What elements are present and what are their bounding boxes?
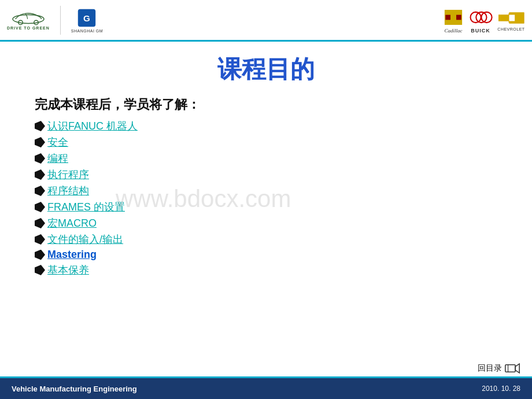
cadillac-crest-icon — [443, 7, 464, 28]
list-item: FRAMES 的设置 — [35, 200, 497, 214]
list-item: 文件的输入/输出 — [35, 232, 497, 246]
bullet-icon — [35, 218, 45, 228]
svg-rect-9 — [445, 10, 462, 14]
back-nav[interactable]: 回目录 — [478, 362, 520, 375]
bullet-icon — [35, 186, 45, 196]
drive-to-green-logo: DRIVE TO GREEN — [7, 10, 50, 30]
header-logo-divider — [60, 6, 61, 35]
sgm-icon: G — [76, 7, 98, 29]
list-item: 编程 — [35, 152, 497, 165]
link-structure[interactable]: 程序结构 — [47, 184, 89, 198]
list-item: Mastering — [35, 249, 497, 261]
link-execute[interactable]: 执行程序 — [47, 168, 89, 182]
buick-emblem-icon — [468, 7, 493, 28]
link-programming[interactable]: 编程 — [47, 152, 68, 165]
svg-rect-16 — [509, 15, 515, 21]
header: DRIVE TO GREEN G SHANGHAI GM Cadillac — [0, 0, 532, 42]
link-safety[interactable]: 安全 — [47, 135, 68, 149]
chevrolet-emblem-icon — [497, 9, 525, 27]
svg-rect-17 — [505, 365, 515, 372]
back-nav-icon — [504, 362, 520, 375]
subtitle: 完成本课程后，学员将了解： — [35, 96, 497, 113]
list-item: 执行程序 — [35, 168, 497, 182]
bullet-icon — [35, 153, 45, 164]
link-fanuc[interactable]: 认识FANUC 机器人 — [47, 119, 138, 133]
cadillac-brand-text: Cadillac — [445, 28, 463, 34]
link-maintenance[interactable]: 基本保养 — [47, 263, 89, 277]
svg-rect-15 — [498, 15, 509, 21]
list-item: 认识FANUC 机器人 — [35, 119, 497, 133]
buick-brand-text: BUICK — [471, 28, 490, 34]
bullet-icon — [35, 250, 45, 260]
buick-logo: BUICK — [468, 7, 493, 34]
bullet-icon — [35, 234, 45, 245]
main-content: 课程目的 完成本课程后，学员将了解： 认识FANUC 机器人 安全 编程 执行程… — [0, 42, 532, 285]
list-item: 程序结构 — [35, 184, 497, 198]
back-nav-label[interactable]: 回目录 — [478, 363, 502, 374]
list-item: 安全 — [35, 135, 497, 149]
footer-date: 2010. 10. 28 — [482, 385, 520, 393]
link-file-io[interactable]: 文件的输入/输出 — [47, 232, 123, 246]
bullet-icon — [35, 265, 45, 275]
shanghai-gm-logo: G SHANGHAI GM — [71, 7, 103, 33]
link-macro[interactable]: 宏MACRO — [47, 216, 97, 230]
link-mastering[interactable]: Mastering — [47, 249, 97, 261]
header-left-logos: DRIVE TO GREEN G SHANGHAI GM — [7, 6, 103, 35]
svg-text:G: G — [84, 13, 91, 23]
svg-point-0 — [13, 14, 44, 23]
cadillac-logo: Cadillac — [443, 7, 464, 34]
chevrolet-brand-text: CHEVROLET — [497, 27, 524, 31]
list-item: 宏MACRO — [35, 216, 497, 230]
drive-to-green-text: DRIVE TO GREEN — [7, 26, 50, 30]
footer-title: Vehicle Manufacturing Engineering — [12, 385, 137, 393]
svg-rect-10 — [445, 20, 462, 24]
bullet-icon — [35, 121, 45, 131]
chevrolet-logo: CHEVROLET — [497, 9, 525, 31]
sgm-text: SHANGHAI GM — [71, 29, 103, 33]
link-frames[interactable]: FRAMES 的设置 — [47, 200, 125, 214]
bullet-icon — [35, 169, 45, 180]
footer: Vehicle Manufacturing Engineering 2010. … — [0, 378, 532, 399]
page-title: 课程目的 — [35, 53, 497, 86]
car-icon — [11, 10, 46, 26]
header-right-logos: Cadillac BUICK — [443, 7, 525, 34]
menu-list: 认识FANUC 机器人 安全 编程 执行程序 程序结构 FRAMES 的设置 宏… — [35, 119, 497, 277]
bullet-icon — [35, 202, 45, 212]
list-item: 基本保养 — [35, 263, 497, 277]
bullet-icon — [35, 137, 45, 147]
